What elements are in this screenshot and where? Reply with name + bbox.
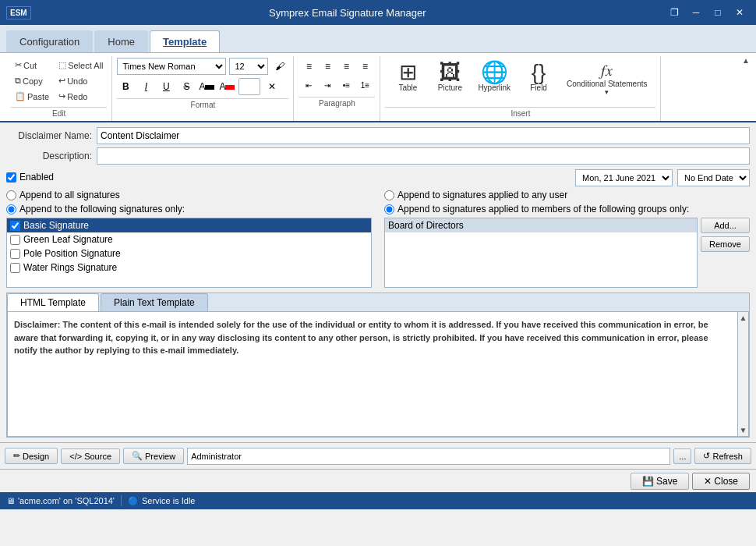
sig-item-green-leaf[interactable]: Green Leaf Signature [7, 232, 371, 246]
restore-button[interactable]: ❐ [664, 5, 684, 20]
align-right-button[interactable]: ≡ [337, 58, 355, 75]
align-center-button[interactable]: ≡ [319, 58, 336, 75]
tab-template[interactable]: Template [150, 30, 220, 52]
paste-button[interactable]: 📋 Paste [11, 89, 53, 104]
description-input[interactable] [97, 147, 750, 165]
justify-button[interactable]: ≡ [356, 58, 373, 75]
paint-button[interactable]: 🖌 [271, 58, 288, 75]
group-buttons: Add... Remove [701, 218, 750, 288]
disclaimer-name-input[interactable] [97, 127, 750, 144]
maximize-button[interactable]: □ [708, 5, 728, 20]
picture-button[interactable]: 🖼 Picture [430, 58, 469, 96]
format-row-2: B I U S A A ✕ [117, 76, 288, 97]
scroll-down-button[interactable]: ▼ [740, 426, 747, 434]
highlight-button[interactable]: A [198, 78, 215, 95]
hyperlink-button[interactable]: 🌐 Hyperlink [472, 58, 516, 96]
append-following-radio[interactable] [6, 204, 16, 214]
append-following-groups-radio[interactable] [384, 204, 394, 214]
cut-button[interactable]: ✂ Cut [11, 58, 53, 73]
dots-button[interactable]: ... [673, 448, 691, 464]
preview-icon: 🔍 [132, 451, 143, 461]
indent-right-button[interactable]: ⇥ [319, 76, 336, 94]
sig-item-pole-position[interactable]: Pole Position Signature [7, 246, 371, 261]
sig-waterrings-checkbox[interactable] [10, 263, 20, 273]
source-button[interactable]: </> Source [61, 448, 120, 464]
preview-button[interactable]: 🔍 Preview [123, 448, 184, 464]
align-left-button[interactable]: ≡ [300, 58, 317, 75]
close-window-button[interactable]: ✕ [730, 5, 750, 20]
select-all-button[interactable]: ⬚ Select All [55, 58, 107, 73]
para-row-1: ≡ ≡ ≡ ≡ [300, 58, 373, 75]
close-button[interactable]: ✕ Close [692, 473, 750, 490]
clear-format-button[interactable]: ✕ [263, 78, 281, 95]
bg-color-button[interactable] [238, 78, 260, 95]
window-controls: ❐ ─ □ ✕ [664, 5, 750, 20]
insert-buttons: ⊞ Table 🖼 Picture 🌐 Hyperlink {} Field 𝑓… [385, 56, 655, 101]
redo-button[interactable]: ↪ Redo [55, 89, 107, 104]
ribbon-insert-group: ⊞ Table 🖼 Picture 🌐 Hyperlink {} Field 𝑓… [380, 56, 661, 121]
italic-button[interactable]: I [137, 78, 154, 95]
save-button[interactable]: 💾 Save [631, 473, 689, 490]
remove-group-button[interactable]: Remove [701, 236, 750, 252]
collapse-ribbon-button[interactable]: ▲ [742, 56, 750, 121]
table-button[interactable]: ⊞ Table [388, 58, 427, 96]
copy-button[interactable]: ⧉ Copy [11, 73, 53, 88]
scroll-up-button[interactable]: ▲ [740, 314, 747, 322]
font-family-select[interactable]: Times New Roman [117, 58, 226, 75]
sig-basic-checkbox[interactable] [10, 221, 20, 231]
group-list: Board of Directors [384, 218, 698, 288]
field-button[interactable]: {} Field [519, 58, 558, 96]
picture-icon: 🖼 [439, 62, 461, 83]
font-color-button[interactable]: A [218, 78, 235, 95]
append-all-radio[interactable] [6, 190, 16, 200]
tab-home[interactable]: Home [94, 30, 148, 52]
append-any-user-radio[interactable] [384, 190, 394, 200]
font-size-select[interactable]: 12 [229, 58, 268, 75]
template-text: Disclaimer: The content of this e-mail i… [14, 318, 733, 357]
tab-configuration[interactable]: Configuration [6, 30, 93, 52]
minimize-button[interactable]: ─ [686, 5, 706, 20]
para-row-2: ⇤ ⇥ •≡ 1≡ [300, 76, 373, 94]
template-area: HTML Template Plain Text Template Discla… [6, 292, 750, 438]
add-group-button[interactable]: Add... [701, 218, 750, 233]
tab-html-template[interactable]: HTML Template [7, 293, 99, 311]
indent-left-button[interactable]: ⇤ [300, 76, 317, 94]
enabled-checkbox[interactable] [6, 172, 16, 183]
user-input[interactable] [187, 448, 670, 465]
sig-greenleaf-checkbox[interactable] [10, 235, 20, 245]
group-item-board[interactable]: Board of Directors [385, 218, 697, 232]
design-icon: ✏ [13, 451, 20, 461]
bold-button[interactable]: B [117, 78, 134, 95]
design-button[interactable]: ✏ Design [5, 448, 58, 464]
sig-poleposition-checkbox[interactable] [10, 249, 20, 259]
append-any-user-radio-label[interactable]: Append to signatures applied to any user [384, 190, 750, 200]
bottom-toolbar: ✏ Design </> Source 🔍 Preview ... ↺ Refr… [0, 442, 756, 469]
tab-plain-text-template[interactable]: Plain Text Template [101, 293, 208, 311]
append-all-radio-label[interactable]: Append to all signatures [6, 190, 372, 200]
append-following-groups-radio-label[interactable]: Append to signatures applied to members … [384, 204, 750, 214]
undo-button[interactable]: ↩ Undo [55, 73, 107, 88]
template-scrollbar[interactable]: ▲ ▼ [737, 312, 748, 436]
hyperlink-icon: 🌐 [481, 62, 508, 83]
paste-icon: 📋 [15, 91, 26, 101]
underline-button[interactable]: U [157, 78, 175, 95]
enabled-label[interactable]: Enabled [19, 172, 54, 183]
edit-group-label: Edit [11, 107, 107, 121]
list-bullet-button[interactable]: •≡ [337, 76, 355, 94]
end-date-select[interactable]: No End Date [677, 169, 750, 186]
refresh-button[interactable]: ↺ Refresh [694, 448, 751, 464]
strikethrough-button[interactable]: S [178, 78, 195, 95]
append-following-radio-label[interactable]: Append to the following signatures only: [6, 204, 372, 214]
enabled-row: Enabled [6, 172, 575, 183]
conditional-icon: 𝑓𝑥 [601, 62, 613, 80]
date-row: Mon, 21 June 2021 No End Date [575, 169, 750, 186]
server-status: 🖥 'acme.com' on 'SQL2014' [6, 496, 115, 505]
main-content: Disclaimer Name: Description: Enabled Mo… [0, 122, 756, 442]
start-date-select[interactable]: Mon, 21 June 2021 [575, 169, 673, 186]
list-number-button[interactable]: 1≡ [356, 76, 373, 94]
sig-item-water-rings[interactable]: Water Rings Signature [7, 261, 371, 275]
sig-item-basic[interactable]: Basic Signature [7, 218, 371, 232]
conditional-statements-button[interactable]: 𝑓𝑥 Conditional Statements ▾ [561, 58, 652, 100]
disclaimer-name-label: Disclaimer Name: [6, 130, 92, 141]
signature-list: Basic Signature Green Leaf Signature Pol… [6, 218, 372, 288]
